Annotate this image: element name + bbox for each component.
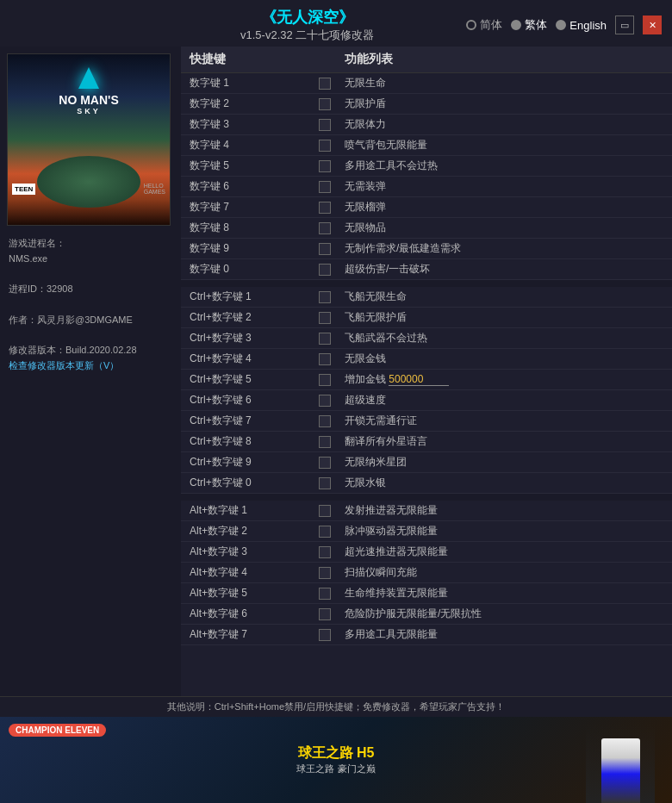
minimize-icon: ▭ bbox=[620, 20, 629, 31]
row-checkbox[interactable] bbox=[319, 119, 345, 131]
checkbox-box[interactable] bbox=[319, 395, 331, 407]
checkbox-box[interactable] bbox=[319, 415, 331, 427]
row-checkbox[interactable] bbox=[319, 457, 345, 469]
row-key: Alt+数字键 5 bbox=[190, 586, 319, 601]
checkbox-box[interactable] bbox=[319, 119, 331, 131]
row-checkbox[interactable] bbox=[319, 181, 345, 193]
row-key: 数字键 5 bbox=[190, 159, 319, 173]
row-func: 脉冲驱动器无限能量 bbox=[345, 524, 663, 538]
row-checkbox[interactable] bbox=[319, 291, 345, 303]
app-title-sub: v1.5-v2.32 二十七项修改器 bbox=[148, 28, 466, 43]
row-key: Ctrl+数字键 9 bbox=[190, 455, 319, 470]
row-key: Alt+数字键 6 bbox=[190, 607, 319, 621]
row-func: 生命维持装置无限能量 bbox=[345, 586, 663, 601]
row-func: 无限金钱 bbox=[345, 352, 663, 366]
row-checkbox[interactable] bbox=[319, 333, 345, 345]
process-id: 进程ID：32908 bbox=[9, 282, 172, 297]
row-key: 数字键 6 bbox=[190, 179, 319, 194]
row-checkbox[interactable] bbox=[319, 477, 345, 489]
row-checkbox[interactable] bbox=[319, 374, 345, 386]
update-link-text[interactable]: 检查修改器版本更新（V） bbox=[9, 360, 119, 370]
checkbox-box[interactable] bbox=[319, 181, 331, 193]
lang-simplified[interactable]: 简体 bbox=[466, 17, 502, 33]
table-row: Ctrl+数字键 5增加金钱 bbox=[181, 370, 672, 390]
row-func: 无限纳米星团 bbox=[345, 455, 663, 470]
checkbox-box[interactable] bbox=[319, 291, 331, 303]
row-key: Ctrl+数字键 2 bbox=[190, 310, 319, 325]
checkbox-box[interactable] bbox=[319, 608, 331, 620]
checkbox-box[interactable] bbox=[319, 160, 331, 172]
row-checkbox[interactable] bbox=[319, 546, 345, 558]
ad-banner[interactable]: CHAMPION ELEVEN 球王之路 H5 球王之路 豪门之巅 bbox=[0, 717, 672, 803]
footer-area: 其他说明：Ctrl+Shift+Home禁用/启用快捷键；免费修改器，希望玩家广… bbox=[0, 696, 672, 803]
row-func: 无限护盾 bbox=[345, 96, 663, 111]
checkbox-box[interactable] bbox=[319, 333, 331, 345]
row-checkbox[interactable] bbox=[319, 222, 345, 234]
checkbox-box[interactable] bbox=[319, 457, 331, 469]
row-checkbox[interactable] bbox=[319, 202, 345, 214]
row-checkbox[interactable] bbox=[319, 243, 345, 255]
row-func: 翻译所有外星语言 bbox=[345, 434, 663, 449]
checkbox-box[interactable] bbox=[319, 98, 331, 110]
row-checkbox[interactable] bbox=[319, 505, 345, 517]
row-checkbox[interactable] bbox=[319, 415, 345, 427]
title-bar: 《无人深空》 v1.5-v2.32 二十七项修改器 简体 繁体 English … bbox=[0, 0, 672, 47]
radio-simplified bbox=[466, 20, 476, 30]
table-row: Alt+数字键 6危险防护服无限能量/无限抗性 bbox=[181, 604, 672, 625]
lang-english[interactable]: English bbox=[556, 19, 607, 32]
checkbox-box[interactable] bbox=[319, 222, 331, 234]
checkbox-box[interactable] bbox=[319, 567, 331, 579]
row-checkbox[interactable] bbox=[319, 629, 345, 641]
ad-badge: CHAMPION ELEVEN bbox=[9, 724, 106, 737]
row-checkbox[interactable] bbox=[319, 395, 345, 407]
checkbox-box[interactable] bbox=[319, 477, 331, 489]
checkbox-box[interactable] bbox=[319, 546, 331, 558]
row-checkbox[interactable] bbox=[319, 353, 345, 365]
row-func: 扫描仪瞬间充能 bbox=[345, 565, 663, 580]
table-row: Alt+数字键 2脉冲驱动器无限能量 bbox=[181, 521, 672, 542]
row-key: Ctrl+数字键 6 bbox=[190, 393, 319, 408]
checkbox-box[interactable] bbox=[319, 140, 331, 152]
row-checkbox[interactable] bbox=[319, 436, 345, 448]
table-row: 数字键 7无限榴弹 bbox=[181, 197, 672, 218]
checkbox-box[interactable] bbox=[319, 629, 331, 641]
checkbox-box[interactable] bbox=[319, 588, 331, 600]
row-checkbox[interactable] bbox=[319, 567, 345, 579]
checkbox-box[interactable] bbox=[319, 505, 331, 517]
table-row: 数字键 2无限护盾 bbox=[181, 94, 672, 115]
table-row: Ctrl+数字键 6超级速度 bbox=[181, 390, 672, 411]
section-divider bbox=[181, 494, 672, 501]
row-key: Ctrl+数字键 0 bbox=[190, 476, 319, 490]
checkbox-box[interactable] bbox=[319, 264, 331, 276]
checkbox-box[interactable] bbox=[319, 312, 331, 324]
checkbox-box[interactable] bbox=[319, 436, 331, 448]
row-checkbox[interactable] bbox=[319, 608, 345, 620]
game-info: 游戏进程名： NMS.exe 进程ID：32908 作者：风灵月影@3DMGAM… bbox=[7, 233, 174, 377]
table-row: Ctrl+数字键 0无限水银 bbox=[181, 473, 672, 494]
checkbox-box[interactable] bbox=[319, 202, 331, 214]
checkbox-box[interactable] bbox=[319, 374, 331, 386]
row-checkbox[interactable] bbox=[319, 312, 345, 324]
row-checkbox[interactable] bbox=[319, 526, 345, 538]
table-row: Ctrl+数字键 4无限金钱 bbox=[181, 349, 672, 370]
checkbox-box[interactable] bbox=[319, 243, 331, 255]
row-checkbox[interactable] bbox=[319, 98, 345, 110]
row-key: Alt+数字键 3 bbox=[190, 545, 319, 559]
update-link[interactable]: 检查修改器版本更新（V） bbox=[9, 358, 172, 374]
table-row: Ctrl+数字键 2飞船无限护盾 bbox=[181, 308, 672, 328]
row-checkbox[interactable] bbox=[319, 264, 345, 276]
lang-traditional[interactable]: 繁体 bbox=[511, 17, 547, 33]
checkbox-box[interactable] bbox=[319, 353, 331, 365]
row-checkbox[interactable] bbox=[319, 160, 345, 172]
row-checkbox[interactable] bbox=[319, 78, 345, 90]
table-row: Ctrl+数字键 7开锁无需通行证 bbox=[181, 411, 672, 432]
table-row: 数字键 8无限物品 bbox=[181, 218, 672, 239]
minimize-button[interactable]: ▭ bbox=[615, 16, 634, 34]
table-row: Alt+数字键 1发射推进器无限能量 bbox=[181, 501, 672, 521]
row-checkbox[interactable] bbox=[319, 140, 345, 152]
checkbox-box[interactable] bbox=[319, 526, 331, 538]
checkbox-box[interactable] bbox=[319, 78, 331, 90]
close-button[interactable]: ✕ bbox=[643, 16, 662, 34]
amount-input[interactable] bbox=[389, 373, 449, 386]
row-checkbox[interactable] bbox=[319, 588, 345, 600]
